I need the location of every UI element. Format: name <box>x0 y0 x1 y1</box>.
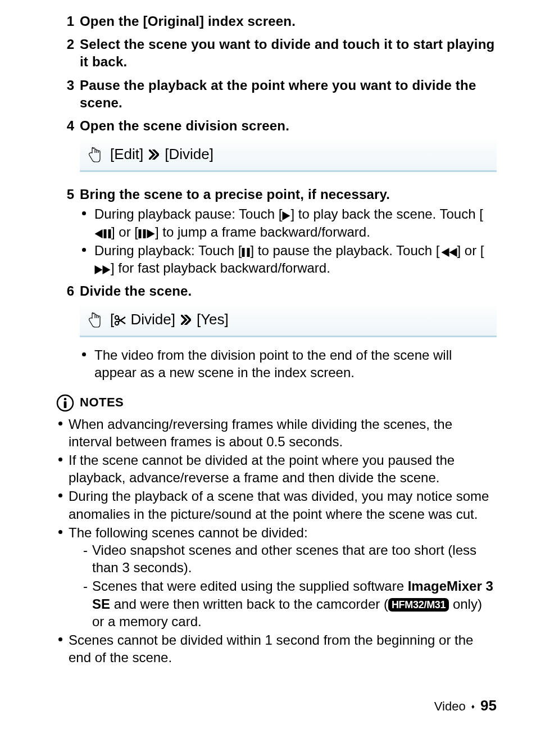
note-item: The following scenes cannot be divided: … <box>56 524 497 630</box>
touch-hand-icon <box>87 144 103 165</box>
bullet-dot-icon <box>58 458 62 461</box>
frame-reverse-icon <box>94 229 111 238</box>
panel-item: [Divide] <box>165 145 214 164</box>
step-sub-bullets: During playback pause: Touch [] to play … <box>80 205 497 277</box>
model-badge: HFM32/M31 <box>388 598 449 612</box>
bullet-text: During playback: Touch [] to pause the p… <box>94 243 484 275</box>
note-item: When advancing/reversing frames while di… <box>56 415 497 450</box>
step-sub-bullets: The video from the division point to the… <box>80 346 497 381</box>
note-text: When advancing/reversing frames while di… <box>69 417 452 449</box>
step-number: 4 <box>56 117 74 134</box>
bullet-dot-icon <box>82 211 86 215</box>
note-text: The following scenes cannot be divided: <box>69 525 308 540</box>
step-number: 2 <box>56 35 74 53</box>
panel-text: [ Divide] [Yes] <box>110 310 229 329</box>
fast-reverse-icon <box>440 248 457 257</box>
diamond-icon: ♦ <box>469 703 477 710</box>
note-item: Scenes cannot be divided within 1 second… <box>56 631 497 666</box>
step-heading: Bring the scene to a precise point, if n… <box>80 185 497 203</box>
info-icon <box>56 394 74 412</box>
notes-heading: NOTES <box>80 395 124 411</box>
bullet-dot-icon <box>58 530 62 534</box>
step-number: 3 <box>56 76 74 94</box>
note-sub-item: -Video snapshot scenes and other scenes … <box>69 541 497 576</box>
panel-item: [Yes] <box>197 310 229 329</box>
step-1: 1 Open the [Original] index screen. <box>62 12 497 30</box>
notes-list: When advancing/reversing frames while di… <box>62 415 497 667</box>
section-label: Video <box>434 699 466 713</box>
bullet-item: During playback pause: Touch [] to play … <box>80 205 497 240</box>
bullet-item: During playback: Touch [] to pause the p… <box>80 242 497 277</box>
pause-icon <box>242 248 250 257</box>
note-sub-text: Video snapshot scenes and other scenes t… <box>92 542 476 575</box>
step-6-result: The video from the division point to the… <box>62 346 497 381</box>
play-icon <box>282 211 290 220</box>
page-number: 95 <box>480 697 497 714</box>
touch-sequence-panel: [Edit] [Divide] <box>80 140 497 172</box>
ordered-steps: 1 Open the [Original] index screen. 2 Se… <box>62 12 497 382</box>
note-sub-item: - Scenes that were edited using the supp… <box>69 577 497 630</box>
chevron-right-icon <box>181 315 191 325</box>
touch-hand-icon <box>87 310 103 330</box>
panel-text: [Edit] [Divide] <box>110 145 214 164</box>
bullet-dot-icon <box>58 494 62 497</box>
bullet-dot-icon <box>82 352 86 356</box>
chevron-right-icon <box>149 150 159 160</box>
bullet-dot-icon <box>58 637 62 641</box>
touch-sequence-panel: [ Divide] [Yes] <box>80 305 497 337</box>
step-2: 2 Select the scene you want to divide an… <box>62 35 497 70</box>
dash-icon: - <box>83 541 88 559</box>
note-text: Scenes cannot be divided within 1 second… <box>69 632 473 665</box>
panel-item: [Edit] <box>110 145 143 164</box>
step-number: 6 <box>56 282 74 300</box>
step-heading: Open the [Original] index screen. <box>80 12 497 30</box>
dash-icon: - <box>83 577 88 595</box>
step-4: 4 Open the scene division screen. <box>62 117 497 134</box>
note-text: If the scene cannot be divided at the po… <box>69 452 455 485</box>
step-6: 6 Divide the scene. <box>62 282 497 300</box>
bullet-text: During playback pause: Touch [] to play … <box>94 206 483 239</box>
step-heading: Open the scene division screen. <box>80 117 497 134</box>
step-number: 5 <box>56 185 74 203</box>
step-3: 3 Pause the playback at the point where … <box>62 76 497 111</box>
frame-forward-icon <box>138 229 155 238</box>
step-heading: Pause the playback at the point where yo… <box>80 76 497 111</box>
step-heading: Divide the scene. <box>80 282 497 300</box>
bullet-item: The video from the division point to the… <box>80 346 497 381</box>
step-number: 1 <box>56 12 74 30</box>
panel-item: [ Divide] <box>110 310 175 329</box>
note-text: During the playback of a scene that was … <box>69 488 489 521</box>
bullet-dot-icon <box>58 422 62 425</box>
scissors-icon <box>114 315 126 326</box>
page-footer: Video ♦ 95 <box>62 696 497 716</box>
bullet-text: The video from the division point to the… <box>94 347 452 380</box>
note-item: If the scene cannot be divided at the po… <box>56 451 497 486</box>
notes-header: NOTES <box>56 394 497 412</box>
note-sub-text: Scenes that were edited using the suppli… <box>92 578 493 628</box>
step-5: 5 Bring the scene to a precise point, if… <box>62 185 497 277</box>
note-item: During the playback of a scene that was … <box>56 487 497 522</box>
fast-forward-icon <box>94 265 111 274</box>
bullet-dot-icon <box>82 248 86 252</box>
step-heading: Select the scene you want to divide and … <box>80 35 497 70</box>
